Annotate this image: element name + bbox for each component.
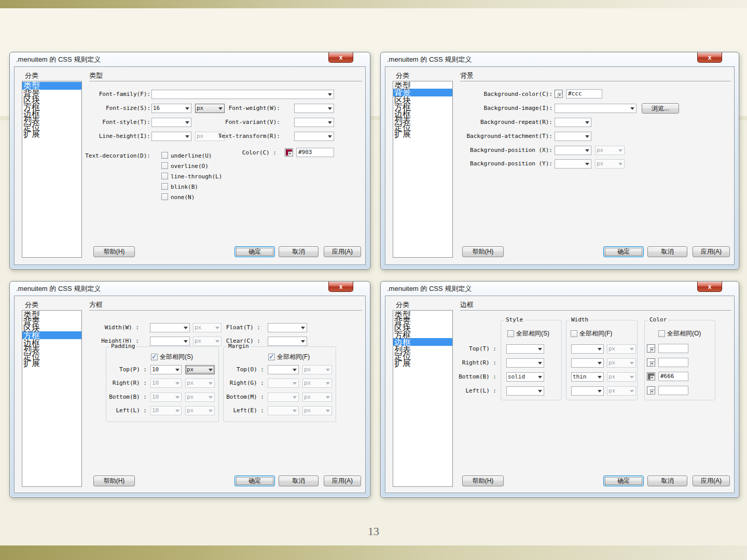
- dropdown-arrow-icon: [584, 160, 591, 168]
- dropdown-arrow-icon: [207, 366, 214, 374]
- style-right-combo[interactable]: [506, 358, 544, 368]
- unit-value: px: [303, 366, 324, 374]
- cancel-button[interactable]: 取消: [279, 475, 319, 486]
- dialog-title: .menuitem 的 CSS 规则定义: [387, 284, 472, 293]
- width-same-checkbox[interactable]: [571, 330, 577, 337]
- close-button[interactable]: x: [328, 282, 353, 292]
- padding-same-checkbox[interactable]: [151, 354, 158, 360]
- ok-button[interactable]: 确定: [234, 475, 275, 486]
- style-top-combo[interactable]: [506, 344, 544, 354]
- clear-combo[interactable]: [268, 337, 307, 346]
- color-same-checkbox[interactable]: [658, 330, 665, 337]
- background-color-field[interactable]: #ccc: [566, 89, 602, 99]
- browse-button[interactable]: 浏览...: [642, 103, 679, 114]
- none-checkbox[interactable]: [161, 193, 168, 200]
- font-family-combo[interactable]: [151, 90, 334, 99]
- dialog-titlebar[interactable]: .menuitem 的 CSS 规则定义: [10, 282, 370, 295]
- ok-button[interactable]: 确定: [234, 246, 275, 257]
- color-top-field[interactable]: [658, 344, 688, 353]
- padding-same-label: 全部相同(S): [160, 353, 193, 361]
- float-combo[interactable]: [268, 323, 307, 332]
- category-item-extensions[interactable]: 扩展: [22, 359, 81, 366]
- font-weight-combo[interactable]: [294, 104, 334, 113]
- margin-top-unit-combo: px: [302, 365, 332, 374]
- background-color-swatch[interactable]: [555, 90, 563, 98]
- color-bottom-swatch[interactable]: [647, 372, 655, 381]
- width-right-combo[interactable]: [571, 358, 604, 368]
- padding-group: Padding 全部相同(S) Top(P) : 10 px Right(R) …: [106, 346, 219, 422]
- dialog-titlebar[interactable]: .menuitem 的 CSS 规则定义: [381, 282, 739, 295]
- background-repeat-combo[interactable]: [555, 118, 591, 127]
- background-image-combo[interactable]: [555, 104, 637, 113]
- padding-group-title: Padding: [109, 343, 136, 350]
- ok-button[interactable]: 确定: [603, 475, 644, 486]
- margin-right-combo: [268, 379, 299, 388]
- height-combo[interactable]: [150, 337, 190, 346]
- underline-checkbox[interactable]: [161, 152, 168, 159]
- width-combo[interactable]: [150, 323, 190, 332]
- cancel-button[interactable]: 取消: [279, 246, 319, 257]
- help-button[interactable]: 帮助(H): [462, 475, 504, 486]
- color-left-field[interactable]: [658, 386, 688, 395]
- background-position-y-combo[interactable]: [555, 159, 591, 169]
- color-field[interactable]: #903: [296, 148, 334, 157]
- dialog-titlebar[interactable]: .menuitem 的 CSS 规则定义: [10, 52, 370, 66]
- style-bottom-combo[interactable]: solid: [506, 372, 544, 382]
- apply-button[interactable]: 应用(A): [324, 246, 361, 257]
- font-size-combo[interactable]: 16: [151, 104, 191, 113]
- color-right-swatch[interactable]: [647, 358, 655, 367]
- header-divider: [89, 81, 362, 81]
- overline-checkbox[interactable]: [161, 162, 168, 169]
- blink-checkbox[interactable]: [161, 183, 168, 190]
- dropdown-arrow-icon: [291, 393, 298, 401]
- width-left-value: [572, 387, 596, 395]
- margin-top-combo[interactable]: [268, 365, 299, 374]
- cancel-button[interactable]: 取消: [647, 475, 687, 486]
- unit-value: px: [607, 373, 628, 381]
- font-style-combo[interactable]: [151, 118, 191, 127]
- style-same-checkbox[interactable]: [507, 330, 514, 337]
- width-left-combo[interactable]: [571, 386, 604, 396]
- apply-button[interactable]: 应用(A): [324, 475, 361, 486]
- background-attachment-combo[interactable]: [555, 132, 591, 141]
- unit-value: px: [186, 366, 207, 374]
- help-button[interactable]: 帮助(H): [93, 246, 135, 257]
- dropdown-arrow-icon: [207, 407, 214, 415]
- dropdown-arrow-icon: [184, 132, 191, 141]
- apply-button[interactable]: 应用(A): [693, 475, 730, 486]
- help-button[interactable]: 帮助(H): [462, 246, 504, 257]
- help-button[interactable]: 帮助(H): [93, 475, 135, 486]
- color-top-swatch[interactable]: [647, 344, 655, 353]
- close-button[interactable]: x: [697, 52, 722, 63]
- apply-button[interactable]: 应用(A): [693, 246, 730, 257]
- unit-value: px: [303, 379, 324, 387]
- close-button[interactable]: x: [697, 282, 722, 292]
- ok-button[interactable]: 确定: [603, 246, 644, 257]
- dropdown-arrow-icon: [584, 132, 591, 141]
- padding-top-unit-combo[interactable]: px: [185, 365, 215, 374]
- dialog-titlebar[interactable]: .menuitem 的 CSS 规则定义: [381, 52, 739, 66]
- color-left-swatch[interactable]: [647, 386, 655, 395]
- font-variant-combo[interactable]: [294, 118, 334, 127]
- dialog-title: .menuitem 的 CSS 规则定义: [16, 55, 101, 64]
- background-position-x-combo[interactable]: [555, 146, 591, 155]
- width-bottom-combo[interactable]: thin: [571, 372, 604, 382]
- color-swatch[interactable]: [285, 148, 293, 157]
- color-right-field[interactable]: [658, 358, 688, 367]
- panel-header-background: 背景: [460, 71, 474, 80]
- width-top-combo[interactable]: [571, 344, 604, 354]
- unit-value: px: [186, 393, 207, 401]
- font-family-label: Font-family(F):: [73, 90, 150, 99]
- margin-same-label: 全部相同(F): [277, 353, 310, 361]
- style-left-combo[interactable]: [506, 386, 544, 396]
- text-transform-combo[interactable]: [294, 132, 334, 141]
- close-button[interactable]: x: [328, 52, 353, 63]
- line-through-checkbox[interactable]: [161, 173, 168, 179]
- dropdown-arrow-icon: [324, 393, 331, 401]
- padding-top-combo[interactable]: 10: [150, 365, 182, 374]
- cancel-button[interactable]: 取消: [647, 246, 687, 257]
- color-bottom-field[interactable]: #666: [658, 372, 688, 381]
- margin-same-checkbox[interactable]: [268, 354, 275, 360]
- category-item-type[interactable]: 类型: [22, 82, 81, 90]
- line-height-combo[interactable]: [151, 132, 191, 141]
